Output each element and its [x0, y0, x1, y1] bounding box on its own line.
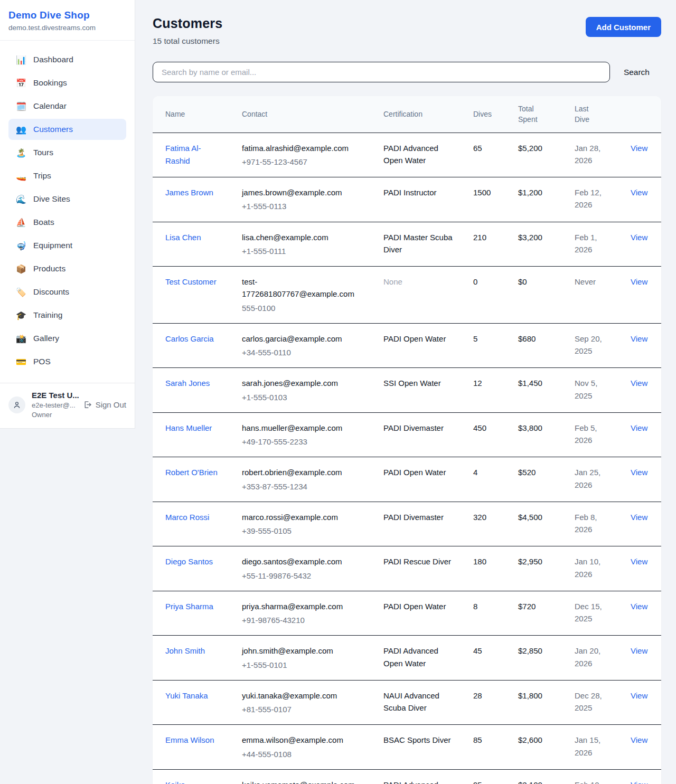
view-link[interactable]: View [631, 602, 647, 611]
sidebar-item-discounts[interactable]: 🏷️Discounts [8, 281, 126, 303]
diving-mask-icon: 🤿 [16, 241, 26, 251]
view-link[interactable]: View [631, 277, 647, 286]
cell-contact: carlos.garcia@example.com +34-555-0110 [229, 324, 371, 368]
customer-last-dive: Feb 1, 2026 [575, 233, 597, 254]
cell-last-dive: Never [562, 267, 618, 323]
sidebar-item-trips[interactable]: 🚤Trips [8, 165, 126, 186]
customer-last-dive: Never [575, 277, 596, 286]
table-body: Fatima Al-Rashid fatima.alrashid@example… [153, 133, 661, 784]
customer-total-spent: $4,500 [518, 513, 542, 522]
view-link[interactable]: View [631, 780, 647, 784]
customer-email: priya.sharma@example.com [242, 600, 365, 612]
table-row: Robert O'Brien robert.obrien@example.com… [153, 457, 661, 502]
column-header-name: Name [153, 96, 229, 133]
customer-name-link[interactable]: Diego Santos [165, 555, 213, 568]
cell-name: Lisa Chen [153, 222, 229, 267]
customer-dives: 28 [473, 691, 482, 700]
sidebar-item-boats[interactable]: ⛵Boats [8, 212, 126, 233]
customer-phone: 555-0100 [242, 302, 365, 314]
search-input[interactable] [153, 62, 610, 82]
customer-name-link[interactable]: Marco Rossi [165, 511, 209, 524]
package-icon: 📦 [16, 264, 26, 274]
sidebar-item-tours[interactable]: 🏝️Tours [8, 142, 126, 163]
cell-certification: PADI Advanced Open Water [371, 636, 461, 680]
sidebar-item-pos[interactable]: 💳POS [8, 351, 126, 372]
customer-email: yuki.tanaka@example.com [242, 689, 365, 702]
customer-total-spent: $2,950 [518, 557, 542, 566]
customer-certification: PADI Advanced Open Water [383, 144, 438, 165]
view-link[interactable]: View [631, 468, 647, 477]
view-link[interactable]: View [631, 691, 647, 700]
customer-name-link[interactable]: Keiko Yamamoto [165, 779, 224, 784]
customer-certification: PADI Instructor [383, 188, 437, 197]
customer-name-link[interactable]: Hans Mueller [165, 422, 212, 434]
cell-last-dive: Feb 12, 2026 [562, 177, 618, 222]
customer-name-link[interactable]: James Brown [165, 186, 213, 199]
island-icon: 🏝️ [16, 148, 26, 158]
brand-domain: demo.test.divestreams.com [8, 24, 126, 32]
cell-certification: PADI Master Scuba Diver [371, 222, 461, 267]
view-link[interactable]: View [631, 735, 647, 744]
add-customer-button[interactable]: Add Customer [586, 17, 661, 37]
customer-name-link[interactable]: Sarah Jones [165, 377, 210, 390]
sidebar-item-calendar[interactable]: 🗓️Calendar [8, 96, 126, 117]
customer-dives: 1500 [473, 188, 491, 197]
sidebar-item-label: Gallery [33, 334, 59, 343]
customer-last-dive: Feb 12, 2026 [575, 188, 602, 209]
customer-name-link[interactable]: Emma Wilson [165, 734, 214, 747]
customer-name-link[interactable]: Priya Sharma [165, 600, 213, 613]
sidebar-item-dashboard[interactable]: 📊Dashboard [8, 49, 126, 70]
view-link[interactable]: View [631, 233, 647, 242]
sidebar-item-training[interactable]: 🎓Training [8, 305, 126, 326]
sidebar-item-bookings[interactable]: 📅Bookings [8, 72, 126, 93]
customer-name-link[interactable]: Carlos Garcia [165, 333, 214, 345]
sidebar-item-products[interactable]: 📦Products [8, 258, 126, 279]
customer-name-link[interactable]: Robert O'Brien [165, 466, 218, 479]
sidebar-item-customers[interactable]: 👥Customers [8, 119, 126, 140]
view-link[interactable]: View [631, 557, 647, 566]
sidebar-item-dive-sites[interactable]: 🌊Dive Sites [8, 188, 126, 210]
sidebar-item-label: Bookings [33, 78, 67, 88]
sidebar-item-label: Training [33, 310, 62, 320]
cell-certification: PADI Divemaster [371, 502, 461, 546]
view-link[interactable]: View [631, 423, 647, 432]
view-link[interactable]: View [631, 646, 647, 655]
customer-name-link[interactable]: John Smith [165, 645, 205, 657]
cell-view: View [618, 770, 661, 784]
sign-out-icon [83, 400, 92, 409]
view-link[interactable]: View [631, 379, 647, 388]
customer-certification: BSAC Sports Diver [383, 735, 451, 744]
customer-name-link[interactable]: Fatima Al-Rashid [165, 142, 224, 167]
customer-dives: 45 [473, 646, 482, 655]
cell-name: Carlos Garcia [153, 324, 229, 368]
customer-name-link[interactable]: Yuki Tanaka [165, 689, 208, 702]
customer-email: marco.rossi@example.com [242, 511, 365, 523]
customer-name-link[interactable]: Test Customer [165, 276, 217, 288]
cell-certification: PADI Open Water [371, 591, 461, 636]
view-link[interactable]: View [631, 144, 647, 153]
cell-dives: 180 [461, 546, 505, 591]
customer-dives: 4 [473, 468, 477, 477]
sidebar-item-equipment[interactable]: 🤿Equipment [8, 235, 126, 256]
view-link[interactable]: View [631, 513, 647, 522]
customer-dives: 95 [473, 780, 482, 784]
sidebar-item-label: Dive Sites [33, 194, 70, 204]
customer-certification: PADI Divemaster [383, 423, 444, 432]
customer-dives: 8 [473, 602, 477, 611]
cell-last-dive: Feb 8, 2026 [562, 502, 618, 546]
customer-name-link[interactable]: Lisa Chen [165, 231, 201, 244]
view-link[interactable]: View [631, 334, 647, 343]
cell-last-dive: Sep 20, 2025 [562, 324, 618, 368]
customer-certification: PADI Open Water [383, 602, 446, 611]
user-name: E2E Test U... [32, 391, 77, 400]
sidebar-item-label: Equipment [33, 241, 72, 250]
view-link[interactable]: View [631, 188, 647, 197]
sign-out-button[interactable]: Sign Out [83, 400, 126, 409]
cell-view: View [618, 681, 661, 725]
cell-certification: PADI Divemaster [371, 413, 461, 457]
customer-dives: 85 [473, 735, 482, 744]
sidebar-item-gallery[interactable]: 📸Gallery [8, 328, 126, 349]
cell-contact: marco.rossi@example.com +39-555-0105 [229, 502, 371, 546]
search-button[interactable]: Search [624, 68, 650, 77]
cell-view: View [618, 457, 661, 502]
